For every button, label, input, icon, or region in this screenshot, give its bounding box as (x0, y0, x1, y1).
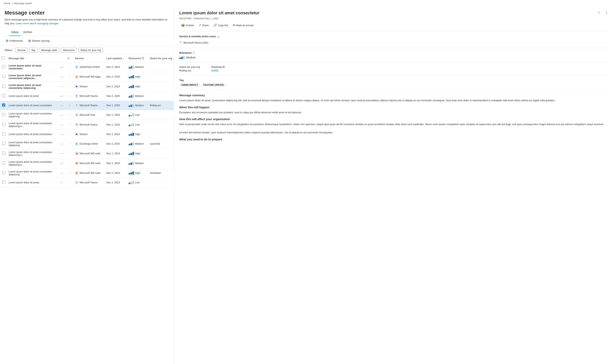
relevance-detail-info-icon[interactable]: ⓘ (193, 51, 195, 54)
row-fav-star[interactable]: ☆ (67, 142, 72, 146)
row-checkbox[interactable] (2, 161, 5, 164)
roadmap-id-link[interactable]: 84960 (211, 69, 218, 72)
filter-service[interactable]: Service (15, 48, 27, 52)
detail-copy-link-button[interactable]: 🔗 Copy link (211, 23, 230, 28)
table-row[interactable]: Lorem ipsum dolor sit amet consectetur a… (0, 149, 174, 158)
row-dots-menu[interactable]: ⋯ (59, 64, 64, 70)
row-status-cell (148, 62, 174, 72)
service-cell: T Microsoft Teams (75, 181, 103, 184)
table-row[interactable]: Lorem ipsum dolor sit amet, consectetur … (0, 62, 174, 72)
rel-bar (131, 124, 132, 126)
row-dots-menu[interactable]: ⋯ (59, 170, 64, 176)
learn-more-link[interactable]: Learn more about managing changes (16, 22, 59, 25)
table-row[interactable]: Lorem ipsum dolor sit amey ⋯ ☆ T Microso… (0, 178, 174, 187)
row-date: Dec 2, 2023 (107, 85, 120, 88)
row-fav-star[interactable]: ☆ (67, 122, 72, 127)
relevance-label: Medium (135, 162, 144, 165)
relevance-cell: High (129, 85, 147, 88)
row-fav-star[interactable]: ☆ (67, 180, 72, 185)
row-dots-menu[interactable]: ⋯ (59, 141, 64, 146)
row-checkbox[interactable] (2, 65, 5, 68)
detail-share-button[interactable]: ↗ Share (197, 23, 211, 28)
prepare-heading: What you need to do to prepare (179, 138, 608, 141)
row-checkbox[interactable] (2, 171, 5, 174)
row-updated-cell: Dec 1, 2023 (105, 101, 127, 110)
row-dots-menu[interactable]: ⋯ (59, 84, 64, 89)
table-row[interactable]: Lorem ipsum dolor sit amet consectetur a… (0, 120, 174, 130)
row-dots-menu[interactable]: ⋯ (59, 131, 64, 137)
relevance-info-icon[interactable]: ⓘ (142, 57, 144, 60)
tab-inbox[interactable]: Inbox (9, 29, 21, 36)
row-dots-menu[interactable]: ⋯ (59, 180, 64, 185)
table-row[interactable]: Lorem ipsum dolor sit amet consectetur a… (0, 110, 174, 120)
affect-heading: How this will affect your organization (179, 117, 608, 121)
nav-down-button[interactable]: ↓ (604, 10, 609, 15)
col-updated-header[interactable]: Last updated ↓ (105, 55, 127, 62)
relevance-label: Medium (135, 65, 144, 68)
tab-archive[interactable]: Archive (21, 29, 34, 36)
row-fav-star[interactable]: ☆ (67, 171, 72, 175)
row-relevance-cell: Medium (127, 101, 148, 110)
filter-tag[interactable]: Tag (29, 48, 38, 52)
table-row[interactable]: Lorem ipsum dolor sit amet consectetur ⋯… (0, 130, 174, 139)
filter-status-org[interactable]: Status for your org (78, 48, 103, 52)
rel-bar (133, 181, 134, 184)
row-fav-star[interactable]: ☆ (67, 94, 72, 98)
row-checkbox[interactable] (2, 85, 5, 88)
row-checkbox[interactable] (2, 113, 5, 116)
row-fav-cell: ☆ (66, 72, 73, 81)
table-row[interactable]: Lorem ipsum dolor sit amet ⋯ ☆ T Microso… (0, 91, 174, 101)
row-fav-star[interactable]: ★ (67, 103, 72, 108)
breadcrumb-home[interactable]: Home (4, 2, 11, 5)
row-checkbox[interactable] (2, 94, 5, 97)
rel-bar (133, 133, 134, 136)
row-fav-star[interactable]: ☆ (67, 84, 72, 89)
row-updated-cell: Dec 1, 2023 (105, 149, 127, 158)
col-menu-header (57, 55, 66, 62)
relevance-cell: Medium (129, 162, 147, 165)
table-row[interactable]: Lorem ipsum dolor sit amet consectetur ⋯… (0, 101, 174, 110)
row-fav-star[interactable]: ☆ (67, 75, 72, 79)
filter-message-state[interactable]: Message state (39, 48, 59, 52)
row-date: Dec 1, 2023 (107, 142, 120, 145)
table-row[interactable]: Lorem ipsum dolor sit amet consectetur a… (0, 81, 174, 91)
service-name: Microsoft Teams (80, 181, 97, 184)
row-dots-menu[interactable]: ⋯ (59, 122, 64, 127)
row-dots-menu[interactable]: ⋯ (59, 74, 64, 79)
row-dots-menu[interactable]: ⋯ (59, 93, 64, 99)
planner-syncing-button[interactable]: ⊞ Planner syncing (27, 38, 51, 43)
filter-relevance[interactable]: Relevance (61, 48, 77, 52)
row-checkbox[interactable] (2, 181, 5, 184)
row-checkbox[interactable] (2, 123, 5, 126)
table-row[interactable]: Lorem ipsum dolor sit amet consectetur a… (0, 158, 174, 168)
preferences-button[interactable]: ⚙ Preferences (5, 38, 24, 43)
service-cell: ▶ Stream (75, 85, 103, 88)
row-checkbox[interactable] (2, 152, 5, 155)
row-title: Lorem ipsum dolor sit amet (9, 94, 39, 97)
service-icon: S (75, 65, 78, 69)
select-all-checkbox[interactable] (1, 56, 5, 60)
table-row[interactable]: Lorem ipsum dolor sit amet consectetur a… (0, 72, 174, 81)
row-dots-menu[interactable]: ⋯ (59, 112, 64, 118)
row-fav-star[interactable]: ☆ (67, 113, 72, 117)
row-fav-star[interactable]: ☆ (67, 151, 72, 156)
row-dots-menu[interactable]: ⋯ (59, 151, 64, 156)
row-checkbox[interactable] (2, 142, 5, 145)
row-checkbox[interactable] (2, 75, 5, 78)
detail-mark-unread-button[interactable]: ✉ Mark as unread (231, 23, 255, 28)
row-date: Dec 1, 2023 (107, 152, 120, 155)
nav-up-button[interactable]: ↑ (596, 10, 601, 15)
service-monthly-info-icon[interactable]: ⓘ (217, 36, 219, 39)
table-row[interactable]: Lorem ipsum dolor sit amet consectetur a… (0, 168, 174, 178)
detail-archive-button[interactable]: 📦 Archive (179, 23, 196, 28)
row-dots-menu[interactable]: ⋯ (59, 103, 64, 108)
row-checkbox[interactable] (2, 104, 5, 106)
row-fav-star[interactable]: ☆ (67, 132, 72, 137)
row-fav-star[interactable]: ☆ (67, 65, 72, 69)
row-dots-menu[interactable]: ⋯ (59, 161, 64, 166)
row-checkbox[interactable] (2, 132, 5, 135)
service-icon: V (75, 113, 78, 117)
row-fav-star[interactable]: ☆ (67, 161, 72, 166)
table-row[interactable]: Lorem ipsum dolor sit amet consectetur a… (0, 139, 174, 149)
row-date: Dec 1, 2023 (107, 104, 120, 107)
